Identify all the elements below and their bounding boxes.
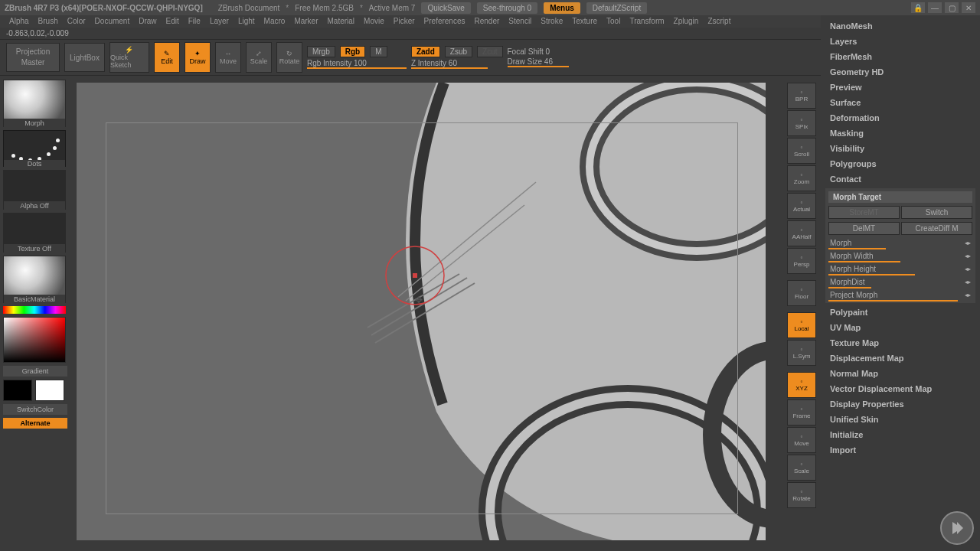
quicksave-button[interactable]: QuickSave — [421, 2, 470, 14]
m-button[interactable]: M — [370, 46, 387, 57]
slider-project-morph[interactable]: Project Morph◂▸ — [828, 290, 972, 300]
view-scroll-button[interactable]: ▫Scroll — [787, 138, 816, 164]
menu-edit[interactable]: Edit — [163, 17, 182, 26]
delmt-button[interactable]: DelMT — [828, 222, 900, 235]
view-rotate-button[interactable]: ▫Rotate — [787, 482, 816, 508]
panel-uv-map[interactable]: UV Map — [825, 321, 975, 334]
menu-render[interactable]: Render — [472, 17, 503, 26]
move-button[interactable]: ↔Move — [215, 42, 241, 73]
alpha-preview[interactable]: Alpha Off — [3, 170, 66, 210]
panel-nanomesh[interactable]: NanoMesh — [825, 20, 975, 32]
slider-morph[interactable]: Morph◂▸ — [828, 238, 972, 248]
zsub-button[interactable]: Zsub — [445, 46, 472, 57]
projection-master-button[interactable]: Projection Master — [6, 43, 60, 72]
rotate-button[interactable]: ↻Rotate — [276, 42, 302, 73]
menu-stroke[interactable]: Stroke — [537, 17, 566, 26]
minimize-icon[interactable]: — — [928, 2, 942, 13]
menu-tool[interactable]: Tool — [603, 17, 623, 26]
panel-normal-map[interactable]: Normal Map — [825, 367, 975, 380]
panel-masking[interactable]: Masking — [825, 127, 975, 139]
rgb-button[interactable]: Rgb — [340, 46, 365, 57]
panel-preview[interactable]: Preview — [825, 81, 975, 93]
menu-texture[interactable]: Texture — [569, 17, 600, 26]
view-bpr-button[interactable]: ▫BPR — [787, 83, 816, 109]
hue-bar[interactable] — [3, 306, 66, 314]
panel-polygroups[interactable]: Polygroups — [825, 158, 975, 170]
play-button[interactable] — [940, 511, 974, 545]
panel-visibility[interactable]: Visibility — [825, 142, 975, 155]
alternate-button[interactable]: Alternate — [3, 418, 67, 429]
view-move-button[interactable]: ▫Move — [787, 427, 816, 453]
slider-morph-height[interactable]: Morph Height◂▸ — [828, 264, 972, 274]
panel-texture-map[interactable]: Texture Map — [825, 337, 975, 349]
brush-preview[interactable]: Morph — [3, 80, 66, 127]
switch-button[interactable]: Switch — [901, 206, 972, 219]
menus-button[interactable]: Menus — [544, 2, 580, 14]
menu-light[interactable]: Light — [235, 17, 258, 26]
view-local-button[interactable]: ▫Local — [787, 312, 816, 338]
panel-surface[interactable]: Surface — [825, 96, 975, 109]
draw-size-slider[interactable]: Draw Size 46 — [508, 57, 569, 67]
menu-brush[interactable]: Brush — [35, 17, 61, 26]
panel-contact[interactable]: Contact — [825, 173, 975, 185]
menu-picker[interactable]: Picker — [390, 17, 418, 26]
panel-deformation[interactable]: Deformation — [825, 112, 975, 124]
rgb-intensity-slider[interactable]: Rgb Intensity 100 — [307, 59, 407, 69]
color-main[interactable] — [3, 380, 32, 401]
view-floor-button[interactable]: ▫Floor — [787, 280, 816, 306]
panel-initialize[interactable]: Initialize — [825, 429, 975, 441]
panel-fibermesh[interactable]: FiberMesh — [825, 51, 975, 63]
zcut-button[interactable]: Zcut — [477, 46, 502, 57]
menu-color[interactable]: Color — [64, 17, 89, 26]
storemt-button[interactable]: StoreMT — [828, 206, 900, 219]
menu-transform[interactable]: Transform — [626, 17, 667, 26]
menu-macro[interactable]: Macro — [261, 17, 289, 26]
menu-marker[interactable]: Marker — [291, 17, 321, 26]
slider-morph-width[interactable]: Morph Width◂▸ — [828, 251, 972, 261]
panel-display-properties[interactable]: Display Properties — [825, 398, 975, 410]
view-xyz-button[interactable]: ▫XYZ — [787, 372, 816, 398]
draw-button[interactable]: ✦Draw — [185, 42, 211, 73]
menu-document[interactable]: Document — [92, 17, 133, 26]
scale-button[interactable]: ⤢Scale — [246, 42, 272, 73]
menu-layer[interactable]: Layer — [207, 17, 232, 26]
view-persp-button[interactable]: ▫Persp — [787, 248, 816, 274]
slider-morphdist[interactable]: MorphDist◂▸ — [828, 277, 972, 287]
menu-alpha[interactable]: Alpha — [6, 17, 32, 26]
quicksketch-button[interactable]: ⚡Quick Sketch — [109, 42, 149, 73]
morph-target-header[interactable]: Morph Target — [828, 191, 972, 203]
viewport[interactable]: ✥ — [77, 83, 766, 540]
edit-button[interactable]: ✎Edit — [154, 42, 180, 73]
focal-shift-slider[interactable]: Focal Shift 0 — [508, 47, 569, 56]
view-aahalf-button[interactable]: ▫AAHalf — [787, 220, 816, 246]
z-intensity-slider[interactable]: Z Intensity 60 — [411, 59, 488, 69]
menu-zplugin[interactable]: Zplugin — [671, 17, 702, 26]
color-secondary[interactable] — [35, 380, 64, 401]
menu-zscript[interactable]: Zscript — [704, 17, 733, 26]
material-preview[interactable]: BasicMaterial — [3, 256, 66, 303]
view-actual-button[interactable]: ▫Actual — [787, 193, 816, 219]
menu-stencil[interactable]: Stencil — [505, 17, 534, 26]
zscript-button[interactable]: DefaultZScript — [586, 2, 647, 14]
view-scale-button[interactable]: ▫Scale — [787, 455, 816, 481]
panel-geometry-hd[interactable]: Geometry HD — [825, 66, 975, 78]
maximize-icon[interactable]: ▢ — [945, 2, 959, 13]
menu-material[interactable]: Material — [325, 17, 358, 26]
texture-preview[interactable]: Texture Off — [3, 213, 66, 253]
menu-movie[interactable]: Movie — [361, 17, 387, 26]
zadd-button[interactable]: Zadd — [411, 46, 440, 57]
panel-import[interactable]: Import — [825, 444, 975, 456]
view-zoom-button[interactable]: ▫Zoom — [787, 165, 816, 191]
gradient-label[interactable]: Gradient — [3, 366, 67, 377]
panel-vector-displacement-map[interactable]: Vector Displacement Map — [825, 383, 975, 395]
panel-polypaint[interactable]: Polypaint — [825, 306, 975, 318]
menu-draw[interactable]: Draw — [136, 17, 159, 26]
color-picker[interactable] — [3, 317, 66, 363]
close-icon[interactable]: ✕ — [962, 2, 975, 13]
lightbox-button[interactable]: LightBox — [64, 43, 105, 72]
switchcolor-button[interactable]: SwitchColor — [3, 404, 67, 415]
mrgb-button[interactable]: Mrgb — [307, 46, 335, 57]
creatediff-button[interactable]: CreateDiff M — [901, 222, 972, 235]
panel-unified-skin[interactable]: Unified Skin — [825, 413, 975, 425]
panel-layers[interactable]: Layers — [825, 35, 975, 47]
